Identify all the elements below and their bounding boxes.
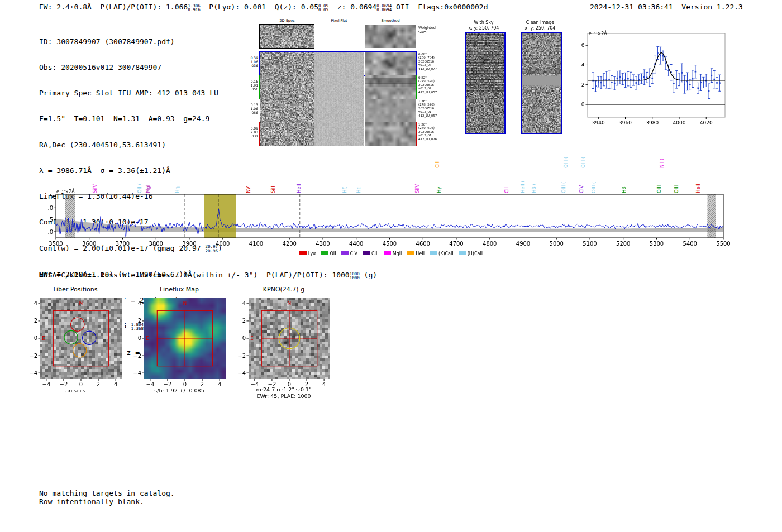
legend-item: Lyα — [299, 251, 316, 256]
cutout-row-right-label: 0.82" (249, 520) 20200516 v012_02 412_LU… — [418, 76, 437, 94]
legend-swatch — [321, 251, 328, 255]
legend-label: (K)CaII — [438, 251, 454, 256]
legend-item: (K)CaII — [430, 251, 454, 256]
col-title-pixelflat: Pixel Flat — [319, 18, 359, 23]
2dspec-weighted-border — [259, 24, 314, 49]
legend-label: MgII — [393, 251, 402, 256]
g-value: 24.9 — [192, 114, 209, 123]
spectrum-unit-label: e⁻¹⁷×2Å — [56, 189, 75, 194]
lineflux-map-title: Lineflux Map — [130, 286, 229, 293]
legend-item: MgII — [384, 251, 402, 256]
legend-swatch — [299, 251, 307, 255]
summary-line: EW: 2.4±0.8Å P(LAE)/P(OII): 1.0661.3060.… — [39, 3, 488, 12]
plae-lo: 0.916 — [188, 8, 201, 12]
kpno-title: KPNO(24.7) g — [234, 286, 333, 293]
flags-text: OII Flags:0x0000002d — [392, 3, 488, 11]
info-obs-line: Obs: 20200516v012_3007849907 — [39, 63, 222, 71]
elixer-report: EW: 2.4±0.8Å P(LAE)/P(OII): 1.0661.3060.… — [0, 0, 782, 532]
legend-swatch — [384, 251, 391, 255]
a-label: A= — [140, 114, 157, 123]
fiber-positions-image — [26, 295, 125, 389]
qz-lo: 0.05 — [318, 8, 328, 12]
plae-poii-text: P(LAE)/P(OII): 1.066 — [101, 3, 188, 11]
legend-swatch — [363, 251, 370, 255]
legend-item: (H)CaII — [459, 251, 483, 256]
legend-item: HeII — [407, 251, 425, 256]
legend-label: OII — [330, 251, 336, 256]
cutout-row-left-label: 0.16 1.91 056 — [245, 79, 258, 91]
cutout-row-right-label: 1.20" (250, 696) 20200516 v012_01 412_LU… — [418, 123, 437, 141]
lineflux-map-image — [130, 295, 229, 389]
info-radec-line: RA,Dec (230.404510,53.613491) — [39, 141, 222, 149]
legend-label: HeII — [416, 251, 425, 256]
mosaic-lo: 1000 — [350, 276, 360, 280]
timestamp-version: 2024-12-31 03:36:41 Version 1.22.3 — [590, 3, 743, 11]
2dspec-fiber-image — [260, 99, 314, 122]
clean-image-xy: x, y: 250, 704 — [514, 26, 566, 31]
clean-image-title: Clean Image — [514, 20, 566, 25]
full-spectrum-plot — [47, 189, 740, 252]
cutout-row-border — [259, 75, 417, 99]
with-sky-image — [465, 32, 506, 134]
legend-swatch — [459, 251, 466, 255]
with-sky-xy: x, y: 250, 704 — [458, 26, 509, 31]
fiber-positions-title: Fiber Positions — [26, 286, 125, 293]
mosaic-suffix: (g) — [360, 271, 377, 279]
info-seeing-line: F=1.5" T=0.101 N=1.31 A=0.93 g=24.9 — [39, 114, 222, 123]
plae-poii-range: 1.3060.916 — [188, 4, 201, 12]
spectrum-legend: LyαOIICIVCIIIMgIIHeII(K)CaII(H)CaII — [223, 251, 559, 256]
mosaic-text: MOSAIC/KPNO : Possible Matches = 0 (with… — [39, 271, 350, 279]
info-primary-line: Primary Spec_Slot_IFU_AMP: 412_013_043_L… — [39, 89, 222, 97]
n-label: N= — [104, 114, 122, 123]
pixel-flat-image — [314, 99, 364, 122]
f-label: F=1.5" T= — [39, 114, 83, 123]
emission-line-label: OIII ( — [580, 157, 586, 168]
cutout-row-right-label: 0.68" (250, 704) 20200516 v012_03 412_LU… — [418, 52, 437, 70]
z-lo: 0.0694 — [376, 8, 392, 12]
legend-item: CIII — [363, 251, 379, 256]
info-lambda-line: λ = 3986.71Å σ = 3.36(±1.21)Å — [39, 166, 222, 175]
smoothed-weighted-image — [365, 25, 416, 48]
col-title-2dspec: 2D Spec — [267, 18, 307, 23]
info-id-line: ID: 3007849907 (3007849907.pdf) — [39, 37, 222, 46]
legend-label: CIII — [371, 251, 379, 256]
zoom-unit-label: e⁻¹⁷×2Å — [589, 31, 607, 36]
kpno-caption-1: m:24.7 rc:1.2" s:0.1" — [234, 386, 333, 392]
cutout-row-border — [259, 122, 417, 146]
legend-swatch — [407, 251, 414, 255]
n-value: 1.31 — [122, 114, 140, 123]
fiber-positions-xlabel: arcsecs — [26, 387, 125, 394]
cutout-row-left-label: 0.13 1.06 056 — [245, 103, 258, 114]
ew-text: EW: 2.4±0.8Å — [39, 3, 101, 11]
legend-swatch — [341, 251, 349, 255]
clean-image — [521, 32, 562, 134]
t-value: 0.101 — [83, 114, 104, 123]
cutout-row-right-label: 1.36" (248, 520) 20200516 v012_01 412_LU… — [418, 99, 437, 117]
lineflux-map-caption: s/b: 1.92 +/- 0.085 — [130, 387, 229, 394]
weighted-sum-label: Weighted Sum — [418, 26, 436, 35]
with-sky-title: With Sky — [458, 20, 509, 25]
cutout-row-border — [259, 51, 417, 76]
emission-line-label: CIII — [435, 161, 440, 168]
legend-label: CIV — [350, 251, 357, 256]
cutout-row-left-label: 0.09 2.83 037 — [245, 126, 258, 138]
emission-line-label: NII ( — [659, 159, 665, 168]
legend-label: Lyα — [308, 251, 316, 256]
qz-range: 0.050.05 — [318, 4, 328, 12]
kpno-image — [234, 295, 333, 389]
z-range: 0.06940.0694 — [376, 4, 392, 12]
legend-item: OII — [321, 251, 336, 256]
mosaic-matches-line: MOSAIC/KPNO : Possible Matches = 0 (with… — [39, 271, 377, 280]
plya-qz-text: P(Lyα): 0.001 Q(z): 0.05 — [201, 3, 318, 11]
smoothed-fiber-image — [365, 99, 416, 122]
zoomed-line-plot — [571, 27, 731, 131]
emission-line-label: OIII ( — [563, 157, 569, 168]
footer-line-2: Row intentionally blank. — [39, 497, 144, 506]
legend-item: CIV — [341, 251, 357, 256]
legend-label: (H)CaII — [468, 251, 483, 256]
g-label: g= — [175, 114, 192, 123]
a-value: 0.93 — [157, 114, 174, 123]
mosaic-range: 10001000 — [350, 272, 360, 280]
col-title-smoothed: Smoothed — [369, 18, 412, 23]
legend-swatch — [430, 251, 437, 255]
